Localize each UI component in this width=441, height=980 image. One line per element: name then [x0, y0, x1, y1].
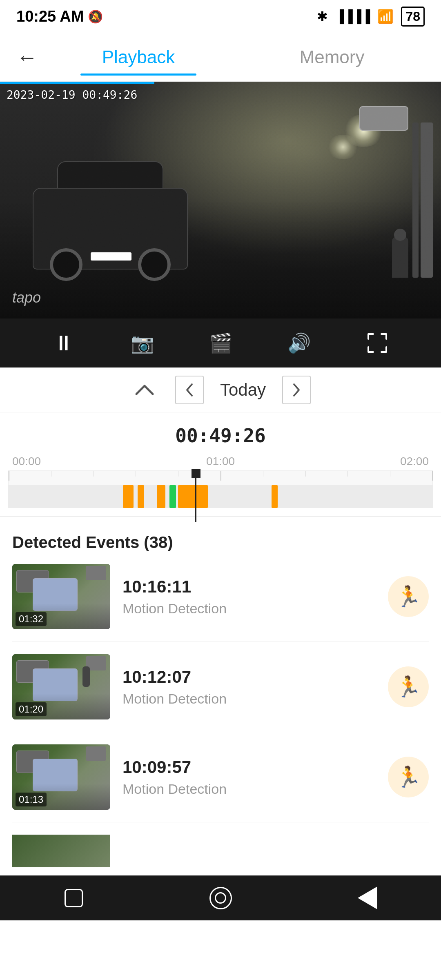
time-display: 10:25 AM [16, 8, 84, 25]
fullscreen-button[interactable] [361, 327, 394, 359]
event-item-partial[interactable] [12, 835, 429, 867]
tab-memory[interactable]: Memory [235, 39, 429, 76]
video-player[interactable]: 2023-02-19 00:49:26 tapo [0, 82, 441, 318]
video-progress-bar [0, 82, 154, 84]
events-section: Detected Events (38) 01:32 10:16:11 Moti… [0, 517, 441, 875]
small-car [359, 106, 408, 131]
screenshot-button[interactable]: 📷 [126, 327, 158, 359]
event-thumbnail: 01:13 [12, 744, 110, 810]
motion-icon-wrap: 🏃 [388, 757, 429, 797]
camera-icon: 📷 [131, 332, 154, 354]
record-button[interactable]: 🎬 [204, 327, 237, 359]
timeline-navigation: Today [0, 368, 441, 412]
event-duration: 01:13 [16, 793, 47, 806]
event-duration: 01:20 [16, 702, 47, 716]
event-info: 10:16:11 Motion Detection [122, 577, 376, 617]
motion-icon-wrap: 🏃 [388, 576, 429, 617]
bluetooth-icon: ✱ [317, 9, 328, 24]
event-segment [138, 485, 144, 508]
recent-apps-button[interactable] [204, 882, 237, 914]
status-time: 10:25 AM 🔕 [16, 8, 103, 25]
pause-icon: ⏸ [53, 331, 74, 355]
wifi-icon: 📶 [377, 9, 394, 24]
pause-button[interactable]: ⏸ [47, 327, 80, 359]
tapo-logo: tapo [12, 289, 41, 306]
event-segment [157, 485, 165, 508]
event-thumbnail: 01:20 [12, 654, 110, 719]
headlight-2 [327, 135, 359, 159]
car-main [33, 163, 204, 270]
timeline-ruler[interactable] [8, 470, 433, 485]
volume-button[interactable]: 🔊 [283, 327, 315, 359]
timeline-section: 00:49:26 00:00 01:00 02:00 [0, 412, 441, 516]
event-time: 10:12:07 [122, 667, 376, 687]
event-type: Motion Detection [122, 601, 376, 617]
square-icon [65, 889, 83, 907]
event-segment [123, 485, 134, 508]
current-time-display: 00:49:26 [8, 425, 433, 447]
video-background [0, 82, 441, 318]
back-button[interactable]: ← [12, 41, 42, 74]
event-item[interactable]: 01:20 10:12:07 Motion Detection 🏃 [12, 654, 429, 732]
event-item[interactable]: 01:13 10:09:57 Motion Detection 🏃 [12, 744, 429, 822]
battery-indicator: 78 [401, 7, 425, 27]
time-label-0: 00:00 [12, 455, 41, 468]
circle-icon [209, 887, 232, 909]
next-day-button[interactable] [282, 376, 311, 404]
motion-icon: 🏃 [396, 765, 421, 789]
previous-day-button[interactable] [175, 376, 204, 404]
event-info: 10:12:07 Motion Detection [122, 667, 376, 707]
event-thumbnail-partial [12, 835, 110, 867]
mute-icon: 🔕 [88, 9, 103, 24]
event-info: 10:09:57 Motion Detection [122, 757, 376, 797]
circle-inner-icon [215, 892, 226, 904]
tab-playback[interactable]: Playback [42, 39, 235, 76]
events-title: Detected Events (38) [12, 533, 429, 552]
playback-controls: ⏸ 📷 🎬 🔊 [0, 318, 441, 368]
motion-icon: 🏃 [396, 675, 421, 699]
event-type: Motion Detection [122, 781, 376, 797]
volume-icon: 🔊 [287, 332, 311, 354]
triangle-back-icon [358, 886, 377, 909]
date-label: Today [220, 380, 266, 400]
tabs-container: Playback Memory [42, 39, 429, 76]
event-duration: 01:32 [16, 612, 47, 626]
current-event-segment [169, 485, 176, 508]
collapse-button[interactable] [130, 376, 159, 404]
tab-bar: ← Playback Memory [0, 33, 441, 82]
video-timestamp: 2023-02-19 00:49:26 [7, 88, 137, 102]
timeline-cursor[interactable] [195, 469, 196, 522]
event-item[interactable]: 01:32 10:16:11 Motion Detection 🏃 [12, 564, 429, 642]
status-icons: ✱ ▐▐▐▐ 📶 78 [317, 7, 425, 27]
event-thumbnail: 01:32 [12, 564, 110, 629]
event-segment [272, 485, 278, 508]
record-icon: 🎬 [209, 332, 232, 354]
event-segment [178, 485, 208, 508]
fullscreen-icon [367, 332, 388, 354]
motion-icon-wrap: 🏃 [388, 666, 429, 707]
signal-icon: ▐▐▐▐ [335, 9, 370, 23]
time-label-1: 01:00 [206, 455, 235, 468]
status-bar: 10:25 AM 🔕 ✱ ▐▐▐▐ 📶 78 [0, 0, 441, 33]
motion-icon: 🏃 [396, 585, 421, 608]
back-nav-button[interactable] [351, 882, 384, 914]
cursor-handle [192, 469, 200, 478]
event-type: Motion Detection [122, 691, 376, 707]
bottom-nav [0, 875, 441, 920]
time-label-2: 02:00 [400, 455, 429, 468]
event-time: 10:16:11 [122, 577, 376, 597]
events-timeline-bar[interactable] [8, 485, 433, 508]
event-time: 10:09:57 [122, 757, 376, 777]
home-button[interactable] [57, 882, 90, 914]
